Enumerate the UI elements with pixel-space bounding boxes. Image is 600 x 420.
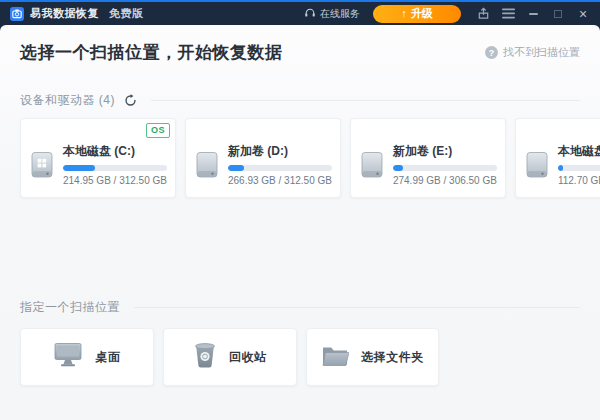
drive-info: 本地磁盘 (C:) 214.95 GB / 312.50 GB bbox=[63, 143, 167, 186]
capacity-bar-fill bbox=[228, 165, 244, 171]
locations-section-header: 指定一个扫描位置 bbox=[20, 299, 580, 316]
app-logo-icon bbox=[10, 7, 24, 21]
recycle-bin-icon bbox=[193, 342, 217, 373]
help-link[interactable]: ? 找不到扫描位置 bbox=[485, 45, 580, 60]
location-card-folder[interactable]: 选择文件夹 bbox=[306, 328, 440, 386]
capacity-bar-fill bbox=[393, 165, 403, 171]
titlebar: 易我数据恢复 免费版 在线服务 ↑ 升级 × bbox=[0, 2, 600, 25]
main-content: 选择一个扫描位置，开始恢复数据 ? 找不到扫描位置 设备和驱动器 (4) OS bbox=[0, 25, 600, 420]
headset-icon bbox=[304, 7, 316, 21]
drive-card-e[interactable]: 新加卷 (E:) 274.99 GB / 306.50 GB bbox=[350, 118, 506, 198]
upgrade-button[interactable]: ↑ 升级 bbox=[373, 5, 461, 23]
maximize-icon bbox=[554, 10, 562, 18]
capacity-bar bbox=[63, 165, 167, 171]
location-grid-spacer bbox=[448, 328, 580, 386]
minimize-icon bbox=[529, 13, 538, 15]
drive-capacity: 112.70 GB / 118.82 GB bbox=[558, 175, 600, 186]
location-grid: 桌面 回收站 bbox=[20, 328, 580, 386]
hard-drive-icon bbox=[524, 151, 550, 179]
page-header: 选择一个扫描位置，开始恢复数据 ? 找不到扫描位置 bbox=[20, 25, 580, 64]
drives-section-label: 设备和驱动器 (4) bbox=[20, 92, 115, 109]
section-divider bbox=[151, 100, 580, 101]
online-service-button[interactable]: 在线服务 bbox=[304, 7, 360, 21]
refresh-icon[interactable] bbox=[124, 94, 137, 107]
drives-section-header: 设备和驱动器 (4) bbox=[20, 92, 580, 109]
drive-info: 本地磁盘 (F:) 112.70 GB / 118.82 GB bbox=[558, 143, 600, 186]
help-link-label: 找不到扫描位置 bbox=[503, 45, 580, 60]
share-icon[interactable] bbox=[474, 5, 492, 23]
question-icon: ? bbox=[485, 46, 498, 59]
locations-section-label: 指定一个扫描位置 bbox=[20, 299, 120, 316]
app-edition-label: 免费版 bbox=[109, 6, 144, 21]
location-label: 回收站 bbox=[229, 349, 267, 366]
location-card-recycle-bin[interactable]: 回收站 bbox=[163, 328, 297, 386]
online-service-label: 在线服务 bbox=[320, 7, 360, 21]
hard-drive-icon bbox=[359, 151, 385, 179]
drive-name: 新加卷 (D:) bbox=[228, 143, 332, 160]
location-card-desktop[interactable]: 桌面 bbox=[20, 328, 154, 386]
section-divider bbox=[134, 307, 580, 308]
drive-info: 新加卷 (D:) 266.93 GB / 312.50 GB bbox=[228, 143, 332, 186]
capacity-bar bbox=[228, 165, 332, 171]
drive-card-f[interactable]: SSD 本地磁盘 (F:) 112.70 GB / 118.82 GB bbox=[515, 118, 600, 198]
menu-icon[interactable] bbox=[499, 5, 517, 23]
minimize-button[interactable] bbox=[524, 5, 542, 23]
drive-body: 新加卷 (E:) 274.99 GB / 306.50 GB bbox=[351, 119, 505, 186]
titlebar-right: 在线服务 ↑ 升级 × bbox=[304, 5, 592, 23]
location-label: 选择文件夹 bbox=[361, 349, 424, 366]
drive-grid: OS bbox=[20, 118, 580, 198]
drive-name: 本地磁盘 (C:) bbox=[63, 143, 167, 160]
app-window: 易我数据恢复 免费版 在线服务 ↑ 升级 × bbox=[0, 0, 600, 420]
drive-capacity: 266.93 GB / 312.50 GB bbox=[228, 175, 332, 186]
drive-capacity: 274.99 GB / 306.50 GB bbox=[393, 175, 497, 186]
capacity-bar bbox=[393, 165, 497, 171]
system-hard-drive-icon bbox=[29, 151, 55, 179]
os-badge: OS bbox=[146, 123, 170, 138]
maximize-button[interactable] bbox=[549, 5, 567, 23]
up-arrow-icon: ↑ bbox=[401, 8, 407, 19]
desktop-icon bbox=[53, 342, 83, 372]
drive-info: 新加卷 (E:) 274.99 GB / 306.50 GB bbox=[393, 143, 497, 186]
drive-name: 本地磁盘 (F:) bbox=[558, 143, 600, 160]
drive-card-d[interactable]: 新加卷 (D:) 266.93 GB / 312.50 GB bbox=[185, 118, 341, 198]
close-button[interactable]: × bbox=[574, 5, 592, 23]
drive-capacity: 214.95 GB / 312.50 GB bbox=[63, 175, 167, 186]
location-label: 桌面 bbox=[95, 349, 120, 366]
hard-drive-icon bbox=[194, 151, 220, 179]
drive-body: 本地磁盘 (F:) 112.70 GB / 118.82 GB bbox=[516, 119, 600, 186]
upgrade-label: 升级 bbox=[411, 6, 433, 21]
capacity-bar-fill bbox=[63, 165, 95, 171]
capacity-bar bbox=[558, 165, 600, 171]
drive-card-c[interactable]: OS bbox=[20, 118, 176, 198]
app-title: 易我数据恢复 bbox=[30, 6, 99, 21]
titlebar-left: 易我数据恢复 免费版 bbox=[8, 6, 304, 21]
drive-body: 新加卷 (D:) 266.93 GB / 312.50 GB bbox=[186, 119, 340, 186]
drive-name: 新加卷 (E:) bbox=[393, 143, 497, 160]
close-icon: × bbox=[579, 7, 587, 21]
folder-icon bbox=[321, 344, 349, 371]
capacity-bar-fill bbox=[558, 165, 563, 171]
page-title: 选择一个扫描位置，开始恢复数据 bbox=[20, 41, 283, 64]
